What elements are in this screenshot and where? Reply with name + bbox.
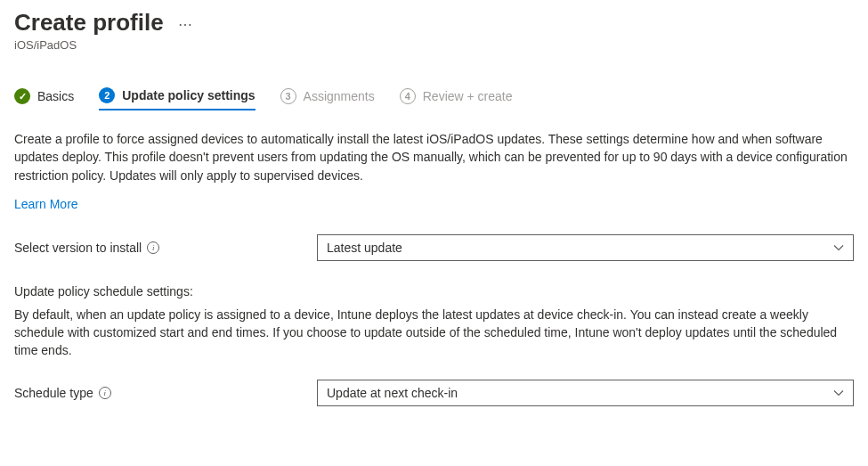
chevron-down-icon [833, 389, 844, 397]
page-title: Create profile [14, 9, 164, 37]
chevron-down-icon [833, 244, 844, 251]
version-select-value: Latest update [327, 241, 402, 255]
step-number-badge: 2 [99, 87, 115, 103]
wizard-step-review[interactable]: 4 Review + create [400, 88, 513, 110]
wizard-steps: Basics 2 Update policy settings 3 Assign… [14, 87, 854, 110]
wizard-step-label: Basics [37, 89, 74, 103]
wizard-step-label: Update policy settings [122, 88, 255, 102]
schedule-type-select[interactable]: Update at next check-in [317, 380, 854, 406]
version-label: Select version to install [14, 241, 142, 255]
policy-description: Create a profile to force assigned devic… [14, 130, 854, 184]
wizard-step-label: Assignments [304, 89, 375, 103]
step-number-badge: 3 [280, 88, 296, 104]
wizard-step-label: Review + create [423, 89, 513, 103]
more-actions-button[interactable]: ⋯ [178, 16, 194, 33]
schedule-heading: Update policy schedule settings: [14, 284, 854, 298]
learn-more-link[interactable]: Learn More [14, 197, 78, 211]
wizard-step-basics[interactable]: Basics [14, 88, 74, 110]
page-subtitle: iOS/iPadOS [14, 38, 854, 52]
schedule-type-label: Schedule type [14, 386, 93, 400]
schedule-description: By default, when an update policy is ass… [14, 306, 854, 360]
version-select[interactable]: Latest update [317, 234, 854, 261]
step-number-badge: 4 [400, 88, 416, 104]
info-icon[interactable]: i [99, 387, 111, 399]
schedule-type-select-value: Update at next check-in [327, 386, 458, 400]
wizard-step-update-policy[interactable]: 2 Update policy settings [99, 87, 255, 110]
info-icon[interactable]: i [147, 241, 159, 254]
check-icon [14, 88, 30, 104]
wizard-step-assignments[interactable]: 3 Assignments [280, 88, 375, 110]
